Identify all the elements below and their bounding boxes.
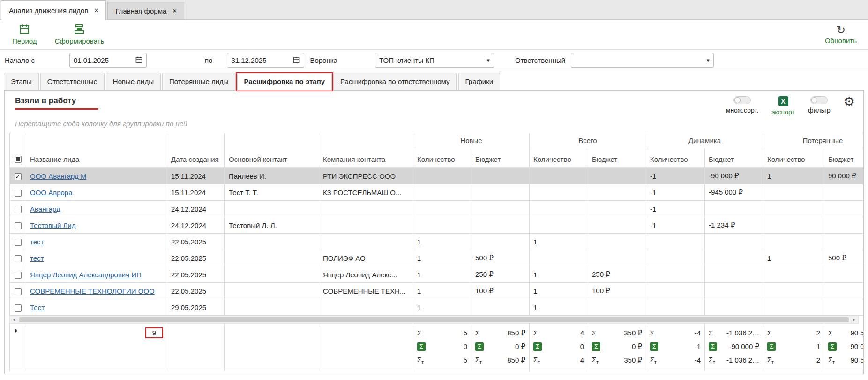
- row-checkbox[interactable]: [15, 255, 22, 262]
- table-row[interactable]: тест22.05.202511: [10, 234, 864, 250]
- table-row[interactable]: Авангард24.12.2024-1: [10, 201, 864, 217]
- col-header-lead[interactable]: Название лида: [26, 133, 167, 168]
- col-header-qty[interactable]: Количество: [646, 148, 705, 168]
- col-header-created[interactable]: Дата создания: [167, 133, 225, 168]
- scroll-left-icon[interactable]: ◂: [10, 317, 18, 323]
- row-checkbox[interactable]: [15, 239, 22, 246]
- lead-link[interactable]: СОВРЕМЕННЫЕ ТЕХНОЛОГИИ ООО: [30, 287, 155, 295]
- table-row[interactable]: ✓ООО Авангард М15.11.2024Панлеев И.РТИ Э…: [10, 168, 864, 184]
- value-cell: -1: [646, 184, 705, 201]
- col-header-budget[interactable]: Бюджет: [588, 148, 646, 168]
- multisort-toggle[interactable]: множ.сорт.: [726, 96, 758, 114]
- col-header-company[interactable]: Компания контакта: [319, 133, 413, 168]
- chevron-down-icon[interactable]: ▾: [707, 57, 710, 64]
- table-row[interactable]: Янцер Леонид Александрович ИП22.05.2025Я…: [10, 266, 864, 283]
- lead-link[interactable]: Тестовый Лид: [30, 221, 75, 229]
- settings-button[interactable]: ⚙: [844, 96, 855, 108]
- report-tab-6[interactable]: Расшифровка по ответственному: [333, 73, 456, 90]
- lead-link[interactable]: Авангард: [30, 205, 60, 213]
- sum-visible-icon: Σт: [592, 356, 599, 365]
- period-button-label: Период: [12, 37, 37, 45]
- toggle-switch[interactable]: [733, 96, 751, 104]
- footer-sum-cell: Σ2Σ1Σт2: [763, 324, 824, 371]
- report-tab-label: Расшифровка по ответственному: [340, 77, 449, 85]
- value-cell: [588, 217, 646, 234]
- close-icon[interactable]: ✕: [94, 7, 99, 14]
- value-cell: [705, 250, 763, 266]
- col-header-qty[interactable]: Количество: [413, 148, 471, 168]
- grouping-drop-zone[interactable]: Перетащите сюда колонку для группировки …: [5, 118, 863, 133]
- select-all-checkbox[interactable]: [15, 156, 22, 163]
- toggle-switch[interactable]: [810, 96, 828, 104]
- row-checkbox[interactable]: [15, 304, 22, 312]
- window-tab-main-form[interactable]: Главная форма ✕: [107, 2, 184, 19]
- report-tab-4[interactable]: Потерянные лиды: [162, 73, 236, 90]
- footer-sum-line: Σ5: [417, 326, 467, 340]
- report-tab-5[interactable]: Расшифровка по этапу: [237, 73, 332, 90]
- table-row[interactable]: ООО Аврора15.11.2024Тест Т. Т.КЗ РОСТСЕЛ…: [10, 184, 864, 201]
- value-cell: [824, 201, 864, 217]
- lead-name-cell: СОВРЕМЕННЫЕ ТЕХНОЛОГИИ ООО: [26, 283, 167, 299]
- lead-link[interactable]: Тест: [30, 304, 45, 312]
- row-checkbox[interactable]: [15, 206, 22, 213]
- col-header-contact[interactable]: Основной контакт: [225, 133, 319, 168]
- lead-name-cell: Янцер Леонид Александрович ИП: [26, 266, 167, 283]
- report-tab-7[interactable]: Графики: [458, 73, 501, 90]
- value-cell: [763, 266, 824, 283]
- report-tab-2[interactable]: Ответственные: [40, 73, 105, 90]
- col-header-qty[interactable]: Количество: [530, 148, 588, 168]
- end-date-input[interactable]: 31.12.2025: [227, 53, 304, 68]
- responsible-select[interactable]: ▾: [571, 53, 714, 68]
- row-checkbox[interactable]: [15, 272, 22, 279]
- checkbox-cell: ✓: [10, 168, 26, 184]
- value-cell: [413, 168, 471, 184]
- report-tab-label: Этапы: [11, 77, 32, 85]
- report-tab-1[interactable]: Этапы: [4, 73, 39, 90]
- col-header-budget[interactable]: Бюджет: [824, 148, 864, 168]
- chevron-down-icon[interactable]: ▾: [486, 57, 490, 64]
- scroll-right-icon[interactable]: ▸: [850, 317, 858, 323]
- window-tab-bar: Анализ движения лидов ✕ Главная форма ✕: [0, 0, 868, 20]
- contact-cell: [225, 283, 319, 299]
- table-row[interactable]: СОВРЕМЕННЫЕ ТЕХНОЛОГИИ ООО22.05.2025СОВР…: [10, 283, 864, 299]
- lead-link[interactable]: тест: [30, 254, 44, 262]
- export-button[interactable]: X экспорт: [771, 96, 795, 116]
- calendar-icon[interactable]: [135, 56, 142, 65]
- value-cell: 1: [530, 234, 588, 250]
- horizontal-scrollbar[interactable]: ◂ ▸: [9, 316, 859, 324]
- lead-link[interactable]: тест: [30, 238, 44, 246]
- row-checkbox[interactable]: ✓: [15, 173, 22, 180]
- scrollbar-thumb[interactable]: [19, 317, 849, 322]
- lead-link[interactable]: Янцер Леонид Александрович ИП: [30, 271, 142, 279]
- table-row[interactable]: Тестовый Лид24.12.2024Тестовый Л. Л.-1-1…: [10, 217, 864, 234]
- multisort-label: множ.сорт.: [726, 106, 758, 114]
- lead-link[interactable]: ООО Авангард М: [30, 172, 87, 180]
- generate-button[interactable]: Сформировать: [55, 24, 105, 45]
- row-checkbox[interactable]: [15, 190, 22, 197]
- refresh-button[interactable]: ↻ Обновить: [825, 25, 857, 45]
- start-date-input[interactable]: 01.01.2025: [69, 53, 147, 68]
- lead-name-cell: тест: [26, 250, 167, 266]
- window-tab-lead-analysis[interactable]: Анализ движения лидов ✕: [1, 0, 106, 20]
- funnel-select[interactable]: ТОП-клиенты КП ▾: [375, 53, 494, 68]
- sum-visible-icon: Σт: [533, 356, 540, 365]
- filter-toggle[interactable]: фильтр: [808, 96, 831, 114]
- period-button[interactable]: Период: [12, 24, 37, 45]
- footer-sum-value: 90 500 ₽: [850, 329, 864, 337]
- close-icon[interactable]: ✕: [172, 8, 177, 15]
- gear-icon[interactable]: ⚙: [844, 96, 855, 108]
- checkbox-cell: [10, 234, 26, 250]
- calendar-icon[interactable]: [293, 56, 300, 65]
- col-header-qty[interactable]: Количество: [763, 148, 824, 168]
- footer-sum-line: Σ850 ₽: [475, 326, 525, 340]
- report-tab-3[interactable]: Новые лиды: [106, 73, 161, 90]
- table-row[interactable]: тест22.05.2025ПОЛИЭФ АО1500 ₽1500 ₽: [10, 250, 864, 266]
- col-header-budget[interactable]: Бюджет: [705, 148, 763, 168]
- sum-visible-icon: Σт: [767, 356, 774, 365]
- row-checkbox[interactable]: [15, 222, 22, 229]
- table-row[interactable]: Тест29.05.202511: [10, 299, 864, 316]
- row-checkbox[interactable]: [15, 288, 22, 295]
- col-header-budget[interactable]: Бюджет: [471, 148, 530, 168]
- lead-link[interactable]: ООО Аврора: [30, 189, 73, 197]
- excel-icon[interactable]: X: [778, 96, 788, 106]
